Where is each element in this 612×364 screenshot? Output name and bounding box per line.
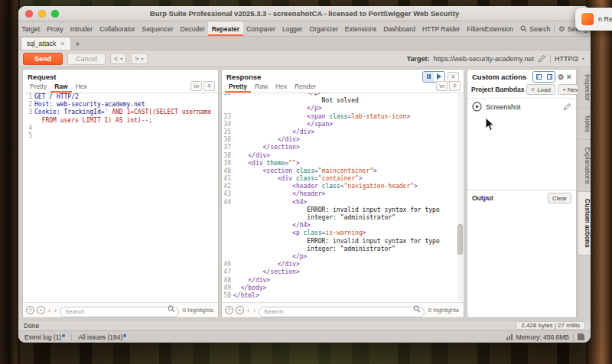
code-line: 40 <section class="maincontainer"> [222,167,464,175]
tab-comparer[interactable]: Comparer [243,21,279,36]
tab-extensions[interactable]: Extensions [341,21,380,36]
request-view-pretty[interactable]: Pretty [26,81,50,93]
code-line: 38 </div> [222,152,464,160]
new-repeater-tab-button[interactable]: + [71,37,85,50]
edit-target-icon[interactable] [538,54,546,63]
search-help-icon[interactable]: ? [225,306,233,314]
line-number [222,229,233,237]
close-tab-icon[interactable]: × [60,40,64,47]
request-editor[interactable]: 1GET / HTTP/22Host: web-security-academy… [23,93,218,301]
tab-intruder[interactable]: Intruder [67,21,96,36]
back-arrow-icon: < [114,55,118,63]
side-tab-explanations[interactable]: Explanations [578,140,591,192]
next-match-icon[interactable]: › [54,307,57,314]
minimize-window-button[interactable] [38,10,46,18]
run-action-icon[interactable] [472,102,482,112]
tab-collaborator[interactable]: Collaborator [96,21,138,36]
save-disk-icon[interactable] [578,333,584,340]
tab-sequencer[interactable]: Sequencer [138,21,177,36]
line-number [222,245,233,253]
response-search-input[interactable] [259,307,425,317]
request-search-input[interactable] [60,307,179,317]
code-line: 33 <span class=lab-status-icon> [222,113,464,121]
custom-action-item[interactable]: Screenshot [467,99,576,115]
line-number: 50 [222,292,233,300]
code-line: 46 </div> [222,261,464,268]
show-newlines-icon[interactable]: \n [436,81,448,91]
dock-right-icon[interactable] [544,72,555,82]
http-version-selector[interactable]: HTTP/2 [555,55,578,63]
response-scrollbar[interactable] [457,93,463,301]
repeater-tab-sql-attack[interactable]: sql_attack × [21,37,71,50]
line-number: 38 [222,152,233,160]
titlebar[interactable]: Burp Suite Professional v2025.3.3 - scre… [18,6,591,21]
repeater-tab-strip: sql_attack × + [18,37,591,50]
line-number: 1 [23,93,34,101]
code-line: 48 </div> [222,277,464,284]
response-view-hex[interactable]: Hex [272,81,291,93]
event-log-button[interactable]: Event log (1) [24,333,65,341]
global-search-button[interactable]: Search [516,25,554,33]
tab-organizer[interactable]: Organizer [306,21,341,36]
tab-filtersextension[interactable]: FiltersExtension [464,21,516,36]
search-help-icon[interactable]: ? [26,306,34,314]
tab-decoder[interactable]: Decoder [177,21,208,36]
search-options-icon[interactable]: + [37,306,45,314]
scrollbar-thumb[interactable] [457,224,463,255]
side-tab-custom-actions[interactable]: Custom actions [578,192,591,255]
response-editor[interactable]: 32 </p> Not solved </p>33 <span class=la… [222,93,464,301]
all-issues-button[interactable]: All issues (194) [78,333,126,341]
response-panel-header: Response ≡ [222,70,464,81]
pause-icon[interactable] [423,72,434,82]
prev-match-icon[interactable]: ‹ [47,307,51,314]
response-panel: Response ≡ PrettyRawHexRender \n ≡ 32 [221,69,464,318]
close-window-button[interactable] [25,10,33,18]
zoom-window-button[interactable] [51,10,59,18]
custom-actions-settings-icon[interactable]: ⚙ [558,73,565,81]
load-bambda-button[interactable]: ≡ Load [526,84,555,95]
history-back-button[interactable]: < ▾ [110,53,126,64]
editor-menu-icon[interactable]: ≡ [203,81,215,91]
traffic-lights [25,10,59,18]
play-icon[interactable] [434,72,444,82]
tab-repeater[interactable]: Repeater [208,21,243,36]
edit-action-icon[interactable] [563,102,571,111]
request-view-hex[interactable]: Hex [72,81,91,93]
line-number [222,222,233,229]
response-view-pretty[interactable]: Pretty [225,81,251,93]
tab-http-raider[interactable]: HTTP Raider [418,21,463,36]
status-row: Done 2,428 bytes | 27 millis [18,320,591,330]
notification-card: n Re [575,8,612,31]
search-options-icon[interactable]: + [236,306,244,314]
request-view-raw[interactable]: Raw [50,81,71,93]
show-newlines-icon[interactable]: \n [190,81,202,91]
tab-logger[interactable]: Logger [278,21,305,36]
tab-proxy[interactable]: Proxy [44,21,67,36]
notification-text: n Re [598,15,612,23]
clear-output-button[interactable]: Clear [548,193,571,203]
response-view-render[interactable]: Render [291,81,320,93]
send-button[interactable]: Send [23,53,63,65]
target-url: https://web-security-academy.net [434,55,534,63]
response-menu-icon[interactable]: ≡ [448,72,459,82]
side-tab-notes[interactable]: Notes [578,109,591,140]
line-number: 49 [222,284,233,292]
code-line: 35 </div> [222,128,464,136]
history-forward-button[interactable]: > ▾ [131,53,147,64]
prev-match-icon[interactable]: ‹ [246,307,250,314]
line-number: 34 [222,121,233,128]
response-view-raw[interactable]: Raw [251,81,272,93]
next-match-icon[interactable]: › [252,307,256,314]
tab-target[interactable]: Target [18,21,44,36]
tab-dashboard[interactable]: Dashboard [380,21,419,36]
line-number [222,105,233,112]
memory-usage: Memory: 456.6MB [516,333,569,341]
response-search-bar: ? + ‹ › 0 highlights [222,302,464,317]
dock-left-icon[interactable] [533,72,544,82]
editor-menu-icon[interactable]: ≡ [449,81,461,91]
cancel-button[interactable]: Cancel [67,53,106,65]
side-tab-inspector[interactable]: Inspector [578,67,591,109]
close-panel-icon[interactable]: × [567,73,571,80]
line-number [222,206,233,214]
line-number: 4 [23,125,34,132]
